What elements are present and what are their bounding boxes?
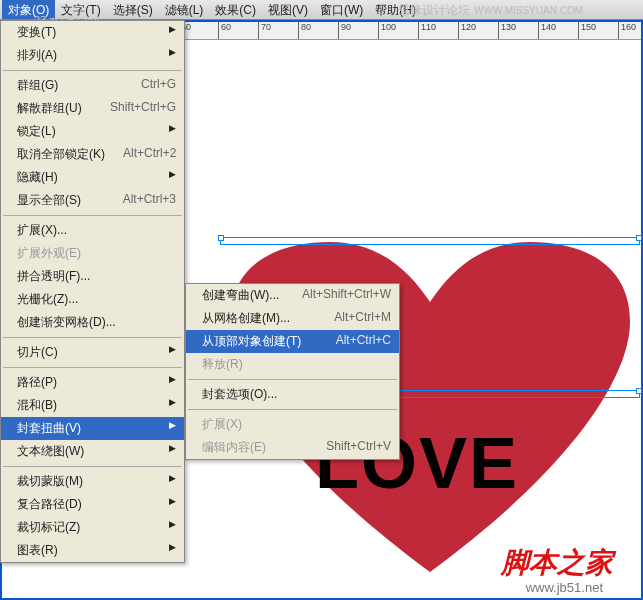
menu-rasterize[interactable]: 光栅化(Z)... bbox=[1, 288, 184, 311]
menu-transform[interactable]: 变换(T) bbox=[1, 21, 184, 44]
menu-text-wrap[interactable]: 文本绕图(W) bbox=[1, 440, 184, 463]
menu-expand-appearance: 扩展外观(E) bbox=[1, 242, 184, 265]
watermark-forum: 思缘设计论坛 WWW.MISSYUAN.COM bbox=[398, 2, 583, 19]
menu-envelope-distort[interactable]: 封套扭曲(V) bbox=[1, 417, 184, 440]
ruler-tick: 130 bbox=[498, 22, 538, 39]
horizontal-ruler: 50 60 70 80 90 100 110 120 130 140 150 1… bbox=[178, 22, 641, 40]
menu-view[interactable]: 视图(V) bbox=[262, 0, 314, 19]
menu-flatten[interactable]: 拼合透明(F)... bbox=[1, 265, 184, 288]
menu-show-all[interactable]: 显示全部(S)Alt+Ctrl+3 bbox=[1, 189, 184, 212]
ruler-tick: 60 bbox=[218, 22, 258, 39]
submenu-release: 释放(R) bbox=[186, 353, 399, 376]
watermark-site: 脚本之家 bbox=[501, 544, 613, 582]
ruler-tick: 110 bbox=[418, 22, 458, 39]
menu-blend[interactable]: 混和(B) bbox=[1, 394, 184, 417]
menu-unlock-all[interactable]: 取消全部锁定(K)Alt+Ctrl+2 bbox=[1, 143, 184, 166]
ruler-tick: 80 bbox=[298, 22, 338, 39]
menu-sep bbox=[3, 70, 182, 71]
ruler-tick: 160 bbox=[618, 22, 641, 39]
menu-select[interactable]: 选择(S) bbox=[107, 0, 159, 19]
menu-sep bbox=[3, 215, 182, 216]
menu-ungroup[interactable]: 解散群组(U)Shift+Ctrl+G bbox=[1, 97, 184, 120]
ruler-tick: 100 bbox=[378, 22, 418, 39]
menu-sep bbox=[188, 379, 397, 380]
menu-compound-path[interactable]: 复合路径(D) bbox=[1, 493, 184, 516]
selection-box-top[interactable] bbox=[220, 237, 640, 245]
submenu-edit-contents: 编辑内容(E)Shift+Ctrl+V bbox=[186, 436, 399, 459]
menu-graph[interactable]: 图表(R) bbox=[1, 539, 184, 562]
menu-sep bbox=[3, 337, 182, 338]
menu-sep bbox=[188, 409, 397, 410]
menu-gradient-mesh[interactable]: 创建渐变网格(D)... bbox=[1, 311, 184, 334]
menu-lock[interactable]: 锁定(L) bbox=[1, 120, 184, 143]
ruler-tick: 120 bbox=[458, 22, 498, 39]
submenu-envelope-options[interactable]: 封套选项(O)... bbox=[186, 383, 399, 406]
menu-sep bbox=[3, 466, 182, 467]
ruler-tick: 70 bbox=[258, 22, 298, 39]
menu-hide[interactable]: 隐藏(H) bbox=[1, 166, 184, 189]
submenu-make-mesh[interactable]: 从网格创建(M)...Alt+Ctrl+M bbox=[186, 307, 399, 330]
menu-slice[interactable]: 切片(C) bbox=[1, 341, 184, 364]
menu-clip-mask[interactable]: 裁切蒙版(M) bbox=[1, 470, 184, 493]
watermark-siteurl: www.jb51.net bbox=[526, 580, 603, 595]
menu-group[interactable]: 群组(G)Ctrl+G bbox=[1, 74, 184, 97]
submenu-make-warp[interactable]: 创建弯曲(W)...Alt+Shift+Ctrl+W bbox=[186, 284, 399, 307]
ruler-tick: 140 bbox=[538, 22, 578, 39]
menu-expand[interactable]: 扩展(X)... bbox=[1, 219, 184, 242]
menu-arrange[interactable]: 排列(A) bbox=[1, 44, 184, 67]
submenu-expand: 扩展(X) bbox=[186, 413, 399, 436]
menu-crop-marks[interactable]: 裁切标记(Z) bbox=[1, 516, 184, 539]
envelope-submenu: 创建弯曲(W)...Alt+Shift+Ctrl+W 从网格创建(M)...Al… bbox=[185, 283, 400, 460]
menu-effect[interactable]: 效果(C) bbox=[209, 0, 262, 19]
submenu-make-top-object[interactable]: 从顶部对象创建(T)Alt+Ctrl+C bbox=[186, 330, 399, 353]
menu-window[interactable]: 窗口(W) bbox=[314, 0, 369, 19]
object-menu: 变换(T) 排列(A) 群组(G)Ctrl+G 解散群组(U)Shift+Ctr… bbox=[0, 20, 185, 563]
menu-path[interactable]: 路径(P) bbox=[1, 371, 184, 394]
menu-filter[interactable]: 滤镜(L) bbox=[159, 0, 210, 19]
ruler-tick: 150 bbox=[578, 22, 618, 39]
ruler-tick: 90 bbox=[338, 22, 378, 39]
menu-sep bbox=[3, 367, 182, 368]
